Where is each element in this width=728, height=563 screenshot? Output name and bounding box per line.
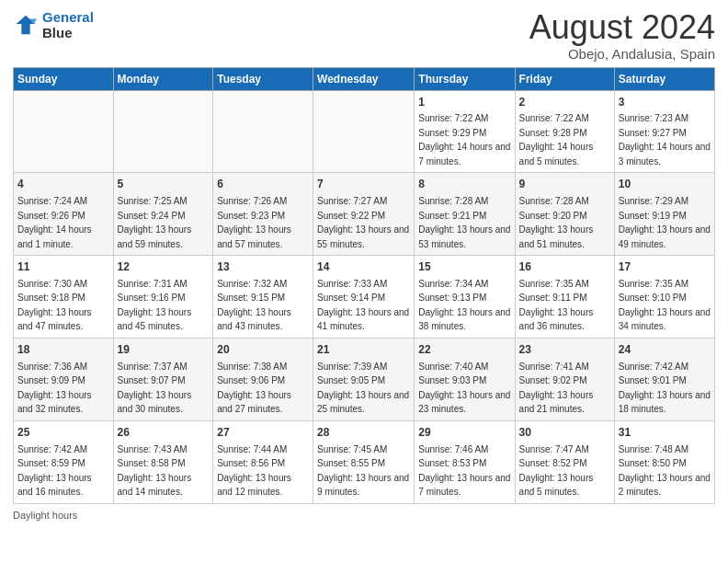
- table-row: 2Sunrise: 7:22 AMSunset: 9:28 PMDaylight…: [515, 90, 614, 173]
- table-row: 12Sunrise: 7:31 AMSunset: 9:16 PMDayligh…: [113, 256, 213, 339]
- table-row: 25Sunrise: 7:42 AMSunset: 8:59 PMDayligh…: [14, 420, 114, 503]
- table-row: 27Sunrise: 7:44 AMSunset: 8:56 PMDayligh…: [213, 420, 313, 503]
- col-monday: Monday: [113, 67, 213, 90]
- logo-text: General Blue: [42, 9, 94, 40]
- svg-marker-0: [17, 16, 36, 35]
- col-sunday: Sunday: [14, 67, 114, 90]
- table-row: 31Sunrise: 7:48 AMSunset: 8:50 PMDayligh…: [614, 420, 714, 503]
- table-row: 17Sunrise: 7:35 AMSunset: 9:10 PMDayligh…: [614, 256, 714, 339]
- col-wednesday: Wednesday: [313, 67, 415, 90]
- table-row: 8Sunrise: 7:28 AMSunset: 9:21 PMDaylight…: [415, 173, 515, 256]
- header: General Blue August 2024 Obejo, Andalusi…: [13, 9, 715, 62]
- table-row: 10Sunrise: 7:29 AMSunset: 9:19 PMDayligh…: [614, 173, 714, 256]
- col-thursday: Thursday: [415, 67, 515, 90]
- table-row: 29Sunrise: 7:46 AMSunset: 8:53 PMDayligh…: [415, 420, 515, 503]
- table-row: [113, 90, 213, 173]
- calendar-header: Sunday Monday Tuesday Wednesday Thursday…: [14, 67, 715, 90]
- table-row: 4Sunrise: 7:24 AMSunset: 9:26 PMDaylight…: [14, 173, 114, 256]
- table-row: 23Sunrise: 7:41 AMSunset: 9:02 PMDayligh…: [515, 338, 614, 420]
- table-row: 11Sunrise: 7:30 AMSunset: 9:18 PMDayligh…: [14, 256, 114, 339]
- table-row: [14, 90, 114, 173]
- col-tuesday: Tuesday: [213, 67, 313, 90]
- title-block: August 2024 Obejo, Andalusia, Spain: [529, 9, 715, 62]
- calendar-subtitle: Obejo, Andalusia, Spain: [529, 46, 715, 62]
- table-row: [213, 90, 313, 173]
- table-row: 19Sunrise: 7:37 AMSunset: 9:07 PMDayligh…: [113, 338, 213, 420]
- table-row: 15Sunrise: 7:34 AMSunset: 9:13 PMDayligh…: [415, 256, 515, 339]
- footer-note: Daylight hours: [13, 510, 715, 521]
- table-row: 5Sunrise: 7:25 AMSunset: 9:24 PMDaylight…: [113, 173, 213, 256]
- table-row: 21Sunrise: 7:39 AMSunset: 9:05 PMDayligh…: [313, 338, 415, 420]
- table-row: 24Sunrise: 7:42 AMSunset: 9:01 PMDayligh…: [614, 338, 714, 420]
- table-row: 9Sunrise: 7:28 AMSunset: 9:20 PMDaylight…: [515, 173, 614, 256]
- table-row: 1Sunrise: 7:22 AMSunset: 9:29 PMDaylight…: [415, 90, 515, 173]
- col-saturday: Saturday: [614, 67, 714, 90]
- table-row: [313, 90, 415, 173]
- calendar-table: Sunday Monday Tuesday Wednesday Thursday…: [13, 67, 715, 504]
- page-container: General Blue August 2024 Obejo, Andalusi…: [0, 0, 728, 530]
- table-row: 3Sunrise: 7:23 AMSunset: 9:27 PMDaylight…: [614, 90, 714, 173]
- calendar-title: August 2024: [529, 9, 715, 46]
- table-row: 30Sunrise: 7:47 AMSunset: 8:52 PMDayligh…: [515, 420, 614, 503]
- table-row: 20Sunrise: 7:38 AMSunset: 9:06 PMDayligh…: [213, 338, 313, 420]
- table-row: 6Sunrise: 7:26 AMSunset: 9:23 PMDaylight…: [213, 173, 313, 256]
- table-row: 7Sunrise: 7:27 AMSunset: 9:22 PMDaylight…: [313, 173, 415, 256]
- logo: General Blue: [13, 9, 94, 40]
- table-row: 22Sunrise: 7:40 AMSunset: 9:03 PMDayligh…: [415, 338, 515, 420]
- calendar-body: 1Sunrise: 7:22 AMSunset: 9:29 PMDaylight…: [14, 90, 715, 503]
- table-row: 16Sunrise: 7:35 AMSunset: 9:11 PMDayligh…: [515, 256, 614, 339]
- logo-icon: [13, 12, 39, 38]
- table-row: 26Sunrise: 7:43 AMSunset: 8:58 PMDayligh…: [113, 420, 213, 503]
- col-friday: Friday: [515, 67, 614, 90]
- table-row: 14Sunrise: 7:33 AMSunset: 9:14 PMDayligh…: [313, 256, 415, 339]
- table-row: 13Sunrise: 7:32 AMSunset: 9:15 PMDayligh…: [213, 256, 313, 339]
- table-row: 28Sunrise: 7:45 AMSunset: 8:55 PMDayligh…: [313, 420, 415, 503]
- table-row: 18Sunrise: 7:36 AMSunset: 9:09 PMDayligh…: [14, 338, 114, 420]
